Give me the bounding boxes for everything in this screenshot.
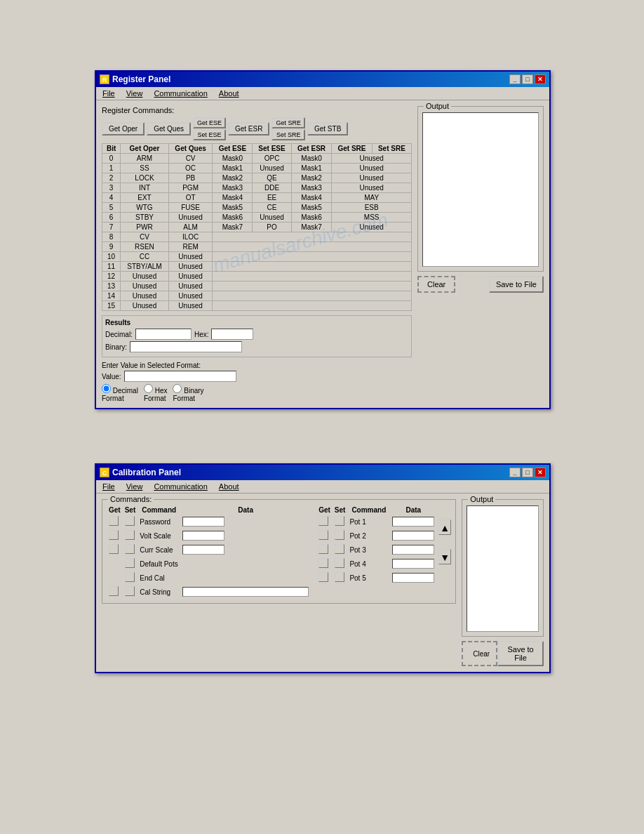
cell-get-oper: CC <box>121 252 169 262</box>
binary-format-label[interactable]: BinaryFormat <box>173 384 203 402</box>
value-input[interactable] <box>124 371 236 382</box>
cell-mask-b: Mask2 <box>291 173 331 183</box>
cal-maximize-button[interactable]: □ <box>522 468 533 477</box>
cal-save-button[interactable]: Save to File <box>497 641 544 666</box>
decimal-row: Decimal: Hex: <box>105 329 408 340</box>
cal-menu-view[interactable]: View <box>123 482 146 491</box>
get-ese-button[interactable]: Get ESE <box>193 117 226 128</box>
arrow-controls: ▲ ▼ <box>438 519 451 564</box>
default-pots-set-btn[interactable] <box>125 558 135 568</box>
get-sre-button[interactable]: Get SRE <box>271 117 305 128</box>
password-data-input[interactable] <box>182 517 224 527</box>
cal-string-get-btn[interactable] <box>109 586 119 596</box>
hex-format-label[interactable]: HexFormat <box>144 384 168 402</box>
up-arrow-button[interactable]: ▲ <box>438 519 451 535</box>
curr-scale-set-btn[interactable] <box>125 544 135 554</box>
pot5-set-btn[interactable] <box>335 572 344 582</box>
ese-buttons: Get ESE Set ESE <box>193 117 226 140</box>
value-section-label: Enter Value in Selected Format: <box>102 362 412 369</box>
decimal-format-label[interactable]: DecimalFormat <box>102 384 138 402</box>
cal-output-label: Output <box>468 495 495 503</box>
output-display <box>422 112 539 267</box>
volt-scale-data-input[interactable] <box>182 531 224 541</box>
menu-file[interactable]: File <box>100 88 118 98</box>
maximize-button[interactable]: □ <box>522 74 533 84</box>
pot5-label: Pot 5 <box>347 571 390 585</box>
cell-esr: Unused <box>253 164 292 173</box>
pot2-data-input[interactable] <box>392 531 434 541</box>
pot2-set-btn[interactable] <box>335 530 344 540</box>
cal-menu-communication[interactable]: Communication <box>151 482 210 491</box>
cell-bit: 1 <box>102 164 121 173</box>
cell-bit: 9 <box>102 242 121 252</box>
pot1-set-btn[interactable] <box>335 516 344 526</box>
table-row: 9 RSEN REM <box>102 242 412 252</box>
cell-esr: Unused <box>253 213 292 223</box>
table-row: 4 EXT OT Mask4 EE Mask4 MAY <box>102 193 412 203</box>
binary-input[interactable] <box>130 341 242 352</box>
cell-empty <box>213 282 412 291</box>
cal-menu-file[interactable]: File <box>100 482 118 491</box>
binary-format-radio[interactable] <box>173 384 182 393</box>
cell-get-oper: INT <box>121 183 169 193</box>
pot3-get-btn[interactable] <box>318 544 328 554</box>
cal-panel-content: Commands: Get Set Command Data <box>96 494 549 672</box>
cal-right-commands: Get Set Command Data <box>316 505 451 599</box>
pot3-data-input[interactable] <box>392 545 434 555</box>
cal-close-button[interactable]: ✕ <box>535 468 546 477</box>
close-button[interactable]: ✕ <box>535 74 546 84</box>
pot1-get-btn[interactable] <box>318 516 328 526</box>
password-get-btn[interactable] <box>109 516 119 526</box>
register-clear-button[interactable]: Clear <box>417 276 455 293</box>
menu-communication[interactable]: Communication <box>151 88 210 98</box>
register-save-button[interactable]: Save to File <box>489 276 544 293</box>
password-label: Password <box>137 515 180 529</box>
set-sre-button[interactable]: Set SRE <box>271 129 305 140</box>
pot1-data-input[interactable] <box>392 517 434 527</box>
curr-scale-data-input[interactable] <box>182 545 224 555</box>
hex-input[interactable] <box>211 329 253 340</box>
password-set-btn[interactable] <box>125 516 135 526</box>
cell-get-oper: Unused <box>121 291 169 301</box>
pot2-get-btn[interactable] <box>318 530 328 540</box>
cal-left-table: Get Set Command Data Passw <box>107 505 311 599</box>
get-ques-button[interactable]: Get Ques <box>147 122 191 135</box>
curr-scale-get-btn[interactable] <box>109 544 119 554</box>
end-cal-set-btn[interactable] <box>125 572 135 582</box>
table-row: Pot 2 <box>316 529 436 543</box>
volt-scale-get-btn[interactable] <box>109 530 119 540</box>
decimal-input[interactable] <box>135 329 192 340</box>
decimal-label: Decimal: <box>105 331 133 338</box>
pot4-set-btn[interactable] <box>335 558 344 568</box>
get-oper-button[interactable]: Get Oper <box>102 122 145 135</box>
cell-bit: 13 <box>102 282 121 291</box>
pot2-label: Pot 2 <box>347 529 390 543</box>
set-ese-button[interactable]: Set ESE <box>193 129 226 140</box>
cal-string-data-input[interactable] <box>182 587 309 597</box>
cell-get-ques: CV <box>168 154 213 164</box>
cal-clear-button[interactable]: Clear <box>462 641 497 666</box>
cell-get-oper: STBY/ALM <box>121 262 169 272</box>
pot5-data-input[interactable] <box>392 573 434 583</box>
pot4-data-input[interactable] <box>392 559 434 569</box>
get-esr-button[interactable]: Get ESR <box>228 122 269 135</box>
menu-about[interactable]: About <box>216 88 242 98</box>
get-stb-button[interactable]: Get STB <box>307 122 348 135</box>
cal-string-set-btn[interactable] <box>125 586 135 596</box>
pot5-get-btn[interactable] <box>318 572 328 582</box>
value-label: Value: <box>102 373 121 380</box>
minimize-button[interactable]: _ <box>509 74 521 84</box>
cell-get-oper: ARM <box>121 154 169 164</box>
down-arrow-button[interactable]: ▼ <box>438 549 451 564</box>
cal-title-buttons: _ □ ✕ <box>509 468 546 477</box>
decimal-format-radio[interactable] <box>102 384 111 393</box>
pot3-set-btn[interactable] <box>335 544 344 554</box>
cal-commands-group: Commands: Get Set Command Data <box>102 499 456 604</box>
cal-minimize-button[interactable]: _ <box>509 468 521 477</box>
menu-view[interactable]: View <box>123 88 146 98</box>
cell-mask-b: Mask5 <box>291 203 331 213</box>
cal-menu-about[interactable]: About <box>216 482 242 491</box>
hex-format-radio[interactable] <box>144 384 153 393</box>
volt-scale-set-btn[interactable] <box>125 530 135 540</box>
pot4-get-btn[interactable] <box>318 558 328 568</box>
